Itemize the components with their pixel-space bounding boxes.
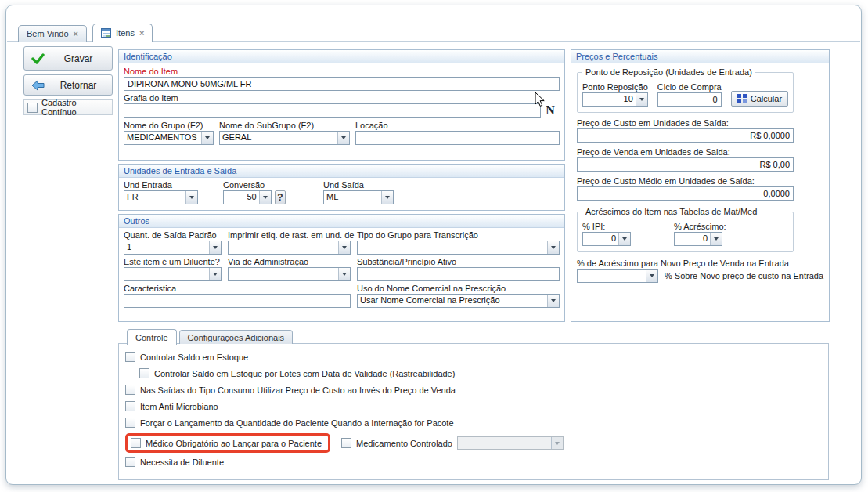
calc-grid-icon: [737, 94, 747, 103]
retornar-label: Retornar: [52, 80, 105, 91]
chevron-down-icon: [337, 132, 349, 144]
chevron-down-icon: [209, 241, 221, 254]
arrow-left-icon: [31, 80, 45, 91]
check-controlar-saldo-lotes[interactable]: Controlar Saldo em Estoque por Lotes com…: [139, 368, 822, 378]
caracteristica-input[interactable]: [124, 294, 351, 308]
grupo-combo[interactable]: MEDICAMENTOS: [124, 131, 214, 145]
custo-medio-input[interactable]: [577, 186, 794, 201]
novo-preco-combo[interactable]: [577, 269, 658, 283]
outros-groupbox: Outros Quant. de Saída Padrão 1 Imprimir…: [118, 214, 565, 322]
ponto-reposicao-combo[interactable]: 10: [582, 92, 648, 107]
quant-saida-label: Quant. de Saída Padrão: [124, 230, 222, 240]
close-icon[interactable]: ×: [74, 30, 78, 38]
imprimir-etiq-combo[interactable]: [228, 241, 351, 255]
locacao-input[interactable]: [355, 131, 560, 145]
items-grid-icon: [101, 28, 111, 38]
check-necessita-diluente[interactable]: Necessita de Diluente: [125, 457, 822, 467]
check-controlar-saldo[interactable]: Controlar Saldo em Estoque: [125, 352, 822, 362]
tab-configuracoes-adicionais[interactable]: Configurações Adicionais: [179, 330, 294, 344]
acrescimo-combo[interactable]: 0: [674, 232, 722, 246]
ponto-reposicao-group: Ponto de Reposição (Unidades de Entrada)…: [577, 72, 794, 113]
substancia-input[interactable]: [357, 267, 560, 281]
uso-nome-label: Uso do Nome Comercial na Prescrição: [357, 284, 560, 293]
diluente-combo[interactable]: [124, 267, 222, 281]
precos-header: Preços e Percentuais: [571, 50, 829, 63]
chevron-down-icon: [547, 241, 559, 254]
via-adm-combo[interactable]: [228, 267, 351, 281]
ciclo-compra-input[interactable]: [657, 92, 722, 107]
checkbox[interactable]: [27, 103, 38, 113]
diluente-label: Este item é um Diluente?: [124, 257, 222, 266]
cadastro-continuo-checkbox[interactable]: Cadastro Contínuo: [23, 99, 113, 115]
checkbox[interactable]: [125, 418, 135, 428]
subgrupo-combo[interactable]: GERAL: [219, 131, 350, 145]
tab-label: Bem Vindo: [27, 29, 69, 38]
checkbox[interactable]: [125, 401, 135, 411]
grupo-label: Nome do Grupo (F2): [124, 121, 214, 130]
ponto-reposicao-label: Ponto Reposição: [582, 82, 648, 92]
nome-item-input[interactable]: [124, 77, 560, 91]
grafia-label: Grafia do Item: [124, 93, 560, 103]
check-saidas-tipo-consumo[interactable]: Nas Saídas do Tipo Consumo Utilizar Preç…: [125, 385, 822, 395]
tipo-grupo-label: Tipo do Grupo para Transcrição: [357, 230, 560, 240]
sobre-novo-preco-label: % Sobre Novo preço de custo na Entrada: [665, 271, 823, 280]
caracteristica-label: Caracteristica: [124, 284, 351, 293]
via-adm-label: Via de Administração: [228, 257, 351, 266]
novo-preco-label: % de Acréscimo para Novo Preço de Venda …: [577, 259, 823, 268]
chevron-down-icon: [646, 270, 657, 282]
conversao-combo[interactable]: 50: [223, 190, 272, 204]
ipi-combo[interactable]: 0: [582, 232, 631, 246]
und-saida-combo[interactable]: ML: [323, 190, 394, 204]
check-item-anti-microbiano[interactable]: Item Anti Microbiano: [125, 401, 822, 411]
locacao-label: Locação: [355, 121, 560, 130]
bottom-tab-control: Controle Configurações Adicionais Contro…: [118, 328, 829, 480]
grafia-input[interactable]: [124, 103, 541, 118]
checkbox[interactable]: [131, 438, 141, 448]
checkbox[interactable]: [125, 457, 135, 467]
checkbox[interactable]: [125, 385, 135, 395]
chevron-down-icon: [185, 191, 197, 204]
tipo-grupo-combo[interactable]: [357, 241, 560, 255]
ipi-label: % IPI:: [582, 222, 631, 231]
gravar-button[interactable]: Gravar: [23, 46, 113, 71]
tab-label: Controle: [135, 333, 168, 342]
close-icon[interactable]: ×: [139, 29, 144, 37]
conversao-label: Conversão: [223, 180, 286, 190]
und-entrada-label: Und Entrada: [124, 180, 198, 190]
imprimir-etiq-label: Imprimir etiq. de rast. em und. de: [228, 230, 351, 240]
acrescimos-group: Acréscimos do Item nas Tabelas de Mat/Me…: [577, 212, 794, 252]
chevron-down-icon: [338, 268, 350, 280]
check-medicamento-controlado[interactable]: Medicamento Controlado: [341, 438, 452, 448]
app-window: Bem Vindo × Itens × Gravar Retornar Ca: [5, 5, 862, 485]
outros-header: Outros: [119, 215, 564, 228]
unidades-groupbox: Unidades de Entrada e Saída Und Entrada …: [118, 164, 565, 211]
tab-bem-vindo[interactable]: Bem Vindo ×: [18, 25, 87, 42]
checkbox[interactable]: [125, 352, 135, 362]
check-forcar-lancamento[interactable]: Forçar o Lançamento da Quantidade do Pac…: [125, 418, 822, 428]
retornar-button[interactable]: Retornar: [23, 74, 113, 96]
gravar-label: Gravar: [52, 53, 105, 64]
uso-nome-combo[interactable]: Usar Nome Comercial na Prescrição: [357, 294, 560, 308]
tab-controle[interactable]: Controle: [127, 329, 177, 345]
help-button[interactable]: ?: [275, 190, 286, 204]
custo-saida-input[interactable]: [577, 128, 794, 143]
chevron-down-icon: [710, 233, 722, 245]
document-tabbar: Bem Vindo × Itens ×: [18, 24, 153, 42]
checkbox[interactable]: [341, 438, 351, 448]
quant-saida-combo[interactable]: 1: [124, 241, 222, 255]
calcular-button[interactable]: Calcular: [731, 91, 788, 107]
cadastro-continuo-label: Cadastro Contínuo: [41, 98, 109, 117]
controle-panel: Controlar Saldo em Estoque Controlar Sal…: [118, 343, 829, 480]
checkbox[interactable]: [139, 368, 149, 378]
ciclo-compra-label: Ciclo de Compra: [657, 82, 722, 92]
medicamento-controlado-combo: [457, 436, 564, 450]
chevron-down-icon: [338, 241, 350, 254]
identificacao-groupbox: Identificação Nome do Item Grafia do Ite…: [118, 49, 565, 161]
und-entrada-combo[interactable]: FR: [124, 190, 198, 204]
venda-saida-input[interactable]: [577, 157, 794, 172]
tab-itens[interactable]: Itens ×: [92, 24, 153, 42]
question-icon: ?: [277, 192, 283, 203]
tab-label: Itens: [116, 28, 135, 38]
highlight-annotation: Médico Obrigatório ao Lançar para o Paci…: [125, 433, 330, 453]
check-medico-obrigatorio[interactable]: Médico Obrigatório ao Lançar para o Paci…: [146, 439, 322, 448]
